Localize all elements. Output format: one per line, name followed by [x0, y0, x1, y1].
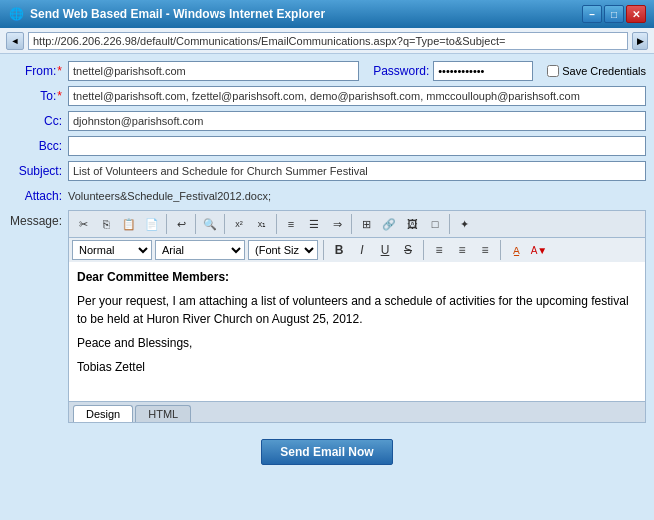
restore-button[interactable]: □ [604, 5, 624, 23]
cc-label[interactable]: Cc: [8, 114, 68, 128]
italic-button[interactable]: I [352, 240, 372, 260]
address-bar: ◄ ▶ [0, 28, 654, 54]
editor-line-2: Per your request, I am attaching a list … [77, 292, 637, 328]
to-row: To: [8, 85, 646, 107]
paste-special-button[interactable]: 📄 [141, 213, 163, 235]
paste-button[interactable]: 📋 [118, 213, 140, 235]
size-select[interactable]: (Font Size) 8 10 12 14 16 [248, 240, 318, 260]
editor-line-1: Dear Committee Members: [77, 268, 637, 286]
toolbar-sep-1 [166, 214, 167, 234]
to-label[interactable]: To: [8, 89, 68, 103]
send-email-button[interactable]: Send Email Now [261, 439, 392, 465]
toolbar-sep-2 [195, 214, 196, 234]
message-row: Message: ✂ ⎘ 📋 📄 ↩ 🔍 x² x₁ ≡ ☰ ⇒ ⊞ [8, 210, 646, 423]
format-sep-3 [500, 240, 501, 260]
special-button[interactable]: ✦ [453, 213, 475, 235]
align-left-button[interactable]: ≡ [429, 240, 449, 260]
password-input[interactable] [433, 61, 533, 81]
editor-toolbar: ✂ ⎘ 📋 📄 ↩ 🔍 x² x₁ ≡ ☰ ⇒ ⊞ 🔗 🖼 □ [68, 210, 646, 237]
attach-value: Volunteers&Schedule_Festival2012.docx; [68, 190, 271, 202]
strikethrough-button[interactable]: S [398, 240, 418, 260]
tab-design[interactable]: Design [73, 405, 133, 422]
superscript-button[interactable]: x² [228, 213, 250, 235]
image-button[interactable]: 🖼 [401, 213, 423, 235]
highlight-button[interactable]: A̲ [506, 240, 526, 260]
cut-button[interactable]: ✂ [72, 213, 94, 235]
password-label: Password: [373, 64, 429, 78]
title-bar: 🌐 Send Web Based Email - Windows Interne… [0, 0, 654, 28]
subject-row: Subject: [8, 160, 646, 182]
to-input[interactable] [68, 86, 646, 106]
bcc-label[interactable]: Bcc: [8, 139, 68, 153]
subscript-button[interactable]: x₁ [251, 213, 273, 235]
box-button[interactable]: □ [424, 213, 446, 235]
from-row: From: Password: Save Credentials [8, 60, 646, 82]
toolbar-sep-5 [351, 214, 352, 234]
editor-line-3: Peace and Blessings, [77, 334, 637, 352]
ordered-list-button[interactable]: ≡ [280, 213, 302, 235]
subject-input[interactable] [68, 161, 646, 181]
align-right-button[interactable]: ≡ [475, 240, 495, 260]
bold-button[interactable]: B [329, 240, 349, 260]
editor-line-4: Tobias Zettel [77, 358, 637, 376]
editor-container: ✂ ⎘ 📋 📄 ↩ 🔍 x² x₁ ≡ ☰ ⇒ ⊞ 🔗 🖼 □ [68, 210, 646, 423]
toolbar-sep-6 [449, 214, 450, 234]
style-select[interactable]: Normal Heading 1 Heading 2 Heading 3 [72, 240, 152, 260]
bcc-row: Bcc: [8, 135, 646, 157]
link-button[interactable]: 🔗 [378, 213, 400, 235]
table-button[interactable]: ⊞ [355, 213, 377, 235]
attach-row: Attach: Volunteers&Schedule_Festival2012… [8, 185, 646, 207]
indent-button[interactable]: ⇒ [326, 213, 348, 235]
attach-label[interactable]: Attach: [8, 189, 68, 203]
toolbar-sep-4 [276, 214, 277, 234]
back-button[interactable]: ◄ [6, 32, 24, 50]
font-color-button[interactable]: A▼ [529, 240, 549, 260]
from-input[interactable] [68, 61, 359, 81]
find-button[interactable]: 🔍 [199, 213, 221, 235]
message-label: Message: [8, 210, 68, 228]
underline-button[interactable]: U [375, 240, 395, 260]
format-sep-1 [323, 240, 324, 260]
close-button[interactable]: ✕ [626, 5, 646, 23]
undo-button[interactable]: ↩ [170, 213, 192, 235]
minimize-button[interactable]: – [582, 5, 602, 23]
toolbar-sep-3 [224, 214, 225, 234]
cc-row: Cc: [8, 110, 646, 132]
subject-label[interactable]: Subject: [8, 164, 68, 178]
title-bar-text: Send Web Based Email - Windows Internet … [30, 7, 582, 21]
editor-tabs: Design HTML [68, 402, 646, 423]
cc-input[interactable] [68, 111, 646, 131]
bcc-input[interactable] [68, 136, 646, 156]
address-input[interactable] [28, 32, 628, 50]
save-credentials-checkbox[interactable] [547, 65, 559, 77]
save-credentials-label: Save Credentials [562, 65, 646, 77]
from-label[interactable]: From: [8, 64, 68, 78]
editor-area[interactable]: Dear Committee Members: Per your request… [68, 262, 646, 402]
go-button[interactable]: ▶ [632, 32, 648, 50]
tab-html[interactable]: HTML [135, 405, 191, 422]
title-bar-icon: 🌐 [8, 6, 24, 22]
title-bar-buttons: – □ ✕ [582, 5, 646, 23]
font-select[interactable]: Arial Times New Roman Courier New [155, 240, 245, 260]
main-content: From: Password: Save Credentials To: Cc:… [0, 54, 654, 429]
align-center-button[interactable]: ≡ [452, 240, 472, 260]
copy-button[interactable]: ⎘ [95, 213, 117, 235]
unordered-list-button[interactable]: ☰ [303, 213, 325, 235]
format-bar: Normal Heading 1 Heading 2 Heading 3 Ari… [68, 237, 646, 262]
format-sep-2 [423, 240, 424, 260]
bottom-area: Send Email Now [0, 429, 654, 475]
